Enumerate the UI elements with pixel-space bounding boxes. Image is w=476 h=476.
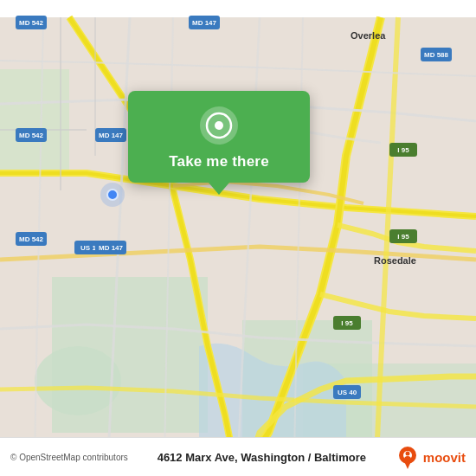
road-badge-i95-1: I 95 bbox=[389, 143, 417, 157]
road-badge-us40: US 40 bbox=[333, 385, 361, 399]
moovit-wordmark: moovit bbox=[423, 450, 466, 465]
road-badge-md147-3: MD 147 bbox=[95, 241, 126, 254]
svg-point-4 bbox=[35, 346, 121, 415]
svg-marker-16 bbox=[404, 461, 411, 469]
road-badge-md147-2: MD 147 bbox=[95, 128, 126, 142]
location-pin-icon bbox=[200, 106, 238, 145]
moovit-logo: moovit bbox=[396, 445, 466, 469]
road-badge-i95-2: I 95 bbox=[389, 229, 417, 243]
map-attribution: © OpenStreetMap contributors bbox=[10, 453, 128, 462]
svg-point-10 bbox=[100, 183, 125, 207]
take-me-there-button[interactable]: Take me there bbox=[169, 153, 269, 170]
address-label: 4612 Marx Ave, Washington / Baltimore bbox=[135, 451, 389, 464]
popup-card[interactable]: Take me there bbox=[128, 91, 310, 183]
moovit-logo-icon bbox=[396, 445, 420, 469]
road-badge-md542-2: MD 542 bbox=[16, 128, 47, 142]
place-label-overlea: Overlea bbox=[351, 30, 385, 41]
road-badge-md542-1: MD 542 bbox=[16, 16, 47, 29]
road-badge-md588: MD 588 bbox=[421, 48, 452, 61]
bottom-bar: © OpenStreetMap contributors 4612 Marx A… bbox=[0, 437, 476, 476]
svg-point-13 bbox=[215, 121, 223, 130]
place-label-rosedale: Rosedale bbox=[374, 255, 416, 266]
road-badge-i95-3: I 95 bbox=[333, 316, 361, 330]
svg-point-17 bbox=[405, 452, 409, 456]
road-badge-md147-1: MD 147 bbox=[189, 16, 220, 29]
svg-rect-3 bbox=[0, 69, 69, 173]
map-container: MD 542 MD 147 MD 588 MD 542 MD 147 MD 54… bbox=[0, 0, 476, 476]
road-badge-md542-3: MD 542 bbox=[16, 232, 47, 246]
